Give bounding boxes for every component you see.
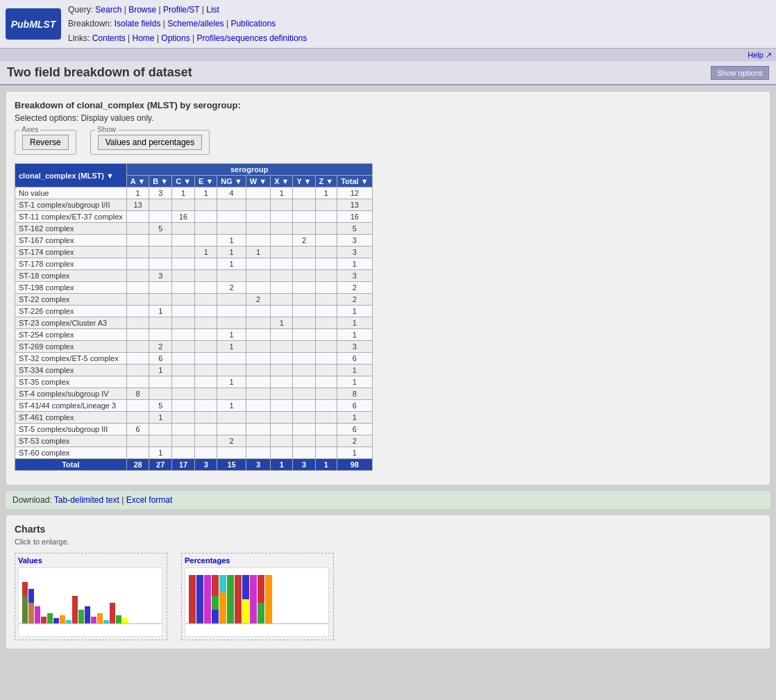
- cell-b: [149, 211, 172, 223]
- cell-z: 1: [315, 188, 337, 199]
- link-options[interactable]: Options: [161, 33, 189, 43]
- th-col-e[interactable]: E ▼: [195, 176, 217, 188]
- svg-rect-1: [22, 596, 28, 624]
- table-row: ST-269 complex213: [15, 341, 373, 353]
- cell-z: [315, 223, 337, 235]
- table-row: ST-334 complex11: [15, 365, 373, 376]
- cell-w: [246, 317, 270, 329]
- cell-b: [149, 424, 172, 435]
- total-cell-c: 17: [172, 459, 195, 471]
- query-browse-link[interactable]: Browse: [128, 5, 156, 15]
- th-col-c[interactable]: C ▼: [172, 176, 195, 188]
- cell-x: [271, 282, 293, 294]
- cell-w: [246, 412, 270, 424]
- cell-w: [246, 447, 270, 459]
- query-list-link[interactable]: List: [206, 5, 219, 15]
- cell-e: [195, 388, 217, 400]
- th-col-total[interactable]: Total ▼: [337, 176, 372, 188]
- cell-ng: 1: [217, 329, 246, 341]
- svg-rect-25: [212, 610, 219, 624]
- th-col-w[interactable]: W ▼: [246, 176, 270, 188]
- th-clonal-complex[interactable]: clonal_complex (MLST) ▼: [15, 164, 127, 188]
- svg-rect-4: [35, 606, 40, 624]
- values-chart-box[interactable]: Values: [15, 553, 167, 640]
- breakdown-isolate-link[interactable]: Isolate fields: [115, 19, 161, 28]
- cell-total: 1: [337, 365, 372, 376]
- values-percentages-button[interactable]: Values and percentages: [98, 135, 203, 150]
- charts-section: Charts Click to enlarge. Values: [6, 515, 770, 649]
- th-col-b[interactable]: B ▼: [149, 176, 172, 188]
- cell-total: 5: [337, 223, 372, 235]
- th-col-a[interactable]: A ▼: [126, 176, 149, 188]
- row-label: ST-178 complex: [15, 258, 127, 270]
- cell-total: 1: [337, 258, 372, 270]
- cell-x: [271, 376, 293, 388]
- th-col-y[interactable]: Y ▼: [293, 176, 315, 188]
- cell-y: [293, 447, 315, 459]
- data-table-container: clonal_complex (MLST) ▼ serogroup A ▼B ▼…: [15, 163, 761, 471]
- cell-c: [172, 412, 195, 424]
- cell-x: [271, 223, 293, 235]
- download-excel-link[interactable]: Excel format: [126, 495, 173, 505]
- cell-x: [271, 353, 293, 365]
- cell-b: [149, 376, 172, 388]
- cell-a: [126, 211, 149, 223]
- percentages-chart-box[interactable]: Percentages: [181, 553, 334, 640]
- svg-rect-31: [242, 599, 249, 624]
- link-contents[interactable]: Contents: [92, 33, 126, 43]
- table-row: ST-35 complex11: [15, 376, 373, 388]
- th-col-ng[interactable]: NG ▼: [217, 176, 246, 188]
- link-profiles[interactable]: Profiles/sequences definitions: [197, 33, 307, 43]
- cell-z: [315, 365, 337, 376]
- cell-b: [149, 199, 172, 211]
- table-row: ST-5 complex/subgroup III66: [15, 424, 373, 435]
- download-label: Download:: [12, 495, 52, 505]
- svg-rect-3: [28, 603, 34, 624]
- query-profilest-link[interactable]: Profile/ST: [163, 5, 199, 15]
- query-search-link[interactable]: Search: [95, 5, 121, 15]
- row-label: ST-461 complex: [15, 412, 127, 424]
- th-col-x[interactable]: X ▼: [271, 176, 293, 188]
- cell-y: [293, 435, 315, 447]
- cell-e: [195, 306, 217, 317]
- cell-w: [246, 199, 270, 211]
- cell-b: 3: [149, 188, 172, 199]
- cell-x: [271, 270, 293, 282]
- svg-rect-33: [258, 575, 264, 603]
- table-row: ST-162 complex55: [15, 223, 373, 235]
- reverse-button[interactable]: Reverse: [22, 135, 69, 150]
- cell-z: [315, 447, 337, 459]
- show-options-button[interactable]: Show options: [711, 66, 769, 80]
- svg-rect-20: [189, 575, 196, 624]
- breakdown-scheme-link[interactable]: Scheme/alleles: [167, 19, 223, 28]
- cell-y: [293, 211, 315, 223]
- cell-y: [293, 258, 315, 270]
- row-label: ST-174 complex: [15, 247, 127, 258]
- cell-y: [293, 353, 315, 365]
- cell-w: [246, 223, 270, 235]
- cell-e: [195, 294, 217, 306]
- cell-x: 1: [271, 317, 293, 329]
- row-label: ST-60 complex: [15, 447, 127, 459]
- total-cell-a: 28: [126, 459, 149, 471]
- table-row: ST-254 complex11: [15, 329, 373, 341]
- cell-total: 6: [337, 400, 372, 412]
- table-row: No value131141112: [15, 188, 373, 199]
- cell-total: 3: [337, 247, 372, 258]
- cell-w: [246, 435, 270, 447]
- cell-e: [195, 258, 217, 270]
- help-link[interactable]: Help ↗: [748, 51, 772, 59]
- svg-rect-11: [78, 610, 84, 624]
- link-home[interactable]: Home: [133, 33, 155, 43]
- cell-z: [315, 388, 337, 400]
- cell-total: 12: [337, 188, 372, 199]
- download-tab-link[interactable]: Tab-delimited text: [54, 495, 119, 505]
- total-cell-total: 98: [337, 459, 372, 471]
- svg-rect-30: [242, 575, 249, 599]
- total-cell-b: 27: [149, 459, 172, 471]
- th-col-z[interactable]: Z ▼: [315, 176, 337, 188]
- cell-w: [246, 341, 270, 353]
- logo: PubMLST: [6, 8, 61, 40]
- breakdown-publications-link[interactable]: Publications: [230, 19, 276, 28]
- cell-b: [149, 329, 172, 341]
